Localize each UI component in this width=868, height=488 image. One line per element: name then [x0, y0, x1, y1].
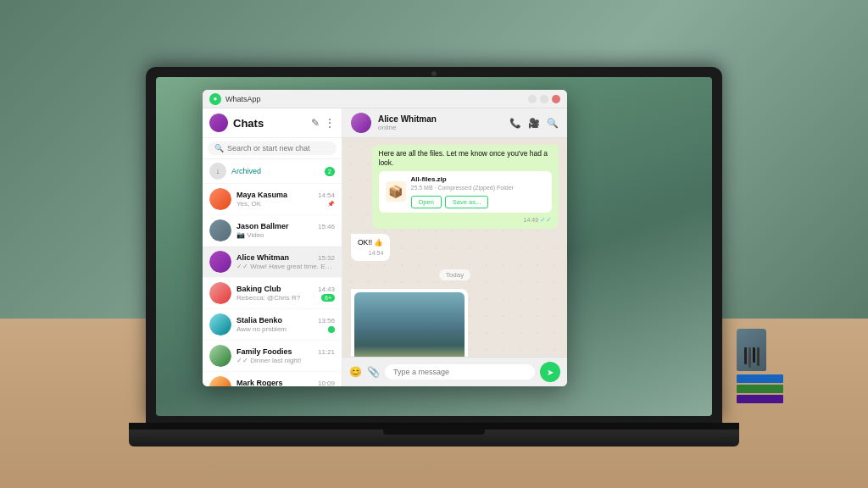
chat-info-baking: Baking Club 14:43 Rebecca: @Chris R? 8+: [236, 285, 335, 302]
avatar-family: [209, 345, 231, 367]
chat-input-bar: 😊 📎 ➤: [342, 357, 567, 386]
book-2: [737, 385, 783, 393]
message-1: Here are all the files. Let me know once…: [372, 145, 559, 229]
avatar-stalia: [209, 313, 231, 336]
chat-info-stalia: Stalia Benko 13:56 Aww no problem: [236, 316, 335, 333]
msg3-image: [354, 292, 465, 357]
online-indicator-stalia: [328, 326, 335, 333]
archive-icon: ↓: [209, 163, 226, 180]
minimize-button[interactable]: [528, 95, 537, 103]
window-controls: [528, 95, 560, 103]
archived-label: Archived: [231, 167, 325, 175]
msg3-image-content: [354, 292, 465, 357]
video-icon[interactable]: 🎥: [528, 118, 540, 129]
chat-preview-baking: Rebecca: @Chris R?: [236, 294, 320, 302]
avatar-alice: [209, 251, 231, 273]
chat-time-mark: 10:09: [318, 380, 335, 387]
file-size: 25.5 MB · Compressed (Zipped) Folder: [411, 184, 546, 191]
search-input[interactable]: [227, 144, 330, 152]
laptop-screen: ● WhatsApp: [156, 77, 712, 416]
pen-2: [748, 347, 751, 368]
search-chat-icon[interactable]: 🔍: [547, 118, 559, 129]
chat-preview-jason: 📷 Video: [236, 231, 335, 239]
chat-time-alice: 15:32: [318, 254, 335, 262]
avatar-maya: [209, 188, 231, 210]
chat-info-mark: Mark Rogers 10:09 Nope, I can't go unfor…: [236, 379, 335, 386]
file-buttons: Open Save as...: [411, 196, 546, 208]
chat-time-maya: 14:54: [318, 191, 335, 199]
laptop-camera: [431, 71, 437, 76]
menu-icon[interactable]: ⋮: [325, 117, 335, 129]
book-1: [737, 374, 783, 383]
search-input-wrap: 🔍: [208, 141, 337, 155]
date-divider: Today: [439, 269, 470, 280]
msg1-checks: ✓✓: [540, 216, 552, 224]
chat-name-jason: Jason Ballmer: [236, 222, 289, 230]
close-button[interactable]: [552, 95, 560, 103]
chat-name-maya: Maya Kasuma: [236, 191, 287, 199]
chat-time-stalia: 13:56: [318, 317, 335, 324]
pens: [744, 347, 760, 368]
main-content: Chats ✎ ⋮ 🔍: [203, 108, 567, 386]
save-file-button[interactable]: Save as...: [445, 196, 488, 208]
messages-area: Here are all the files. Let me know once…: [342, 138, 567, 357]
chat-item-jason[interactable]: Jason Ballmer 15:46 📷 Video: [203, 215, 342, 247]
user-avatar-img: [209, 114, 228, 132]
whatsapp-logo: ●: [209, 93, 221, 105]
whatsapp-window: ● WhatsApp: [203, 90, 567, 386]
title-bar: ● WhatsApp: [203, 90, 567, 108]
sidebar-title: Chats: [233, 117, 311, 130]
chat-name-alice: Alice Whitman: [236, 253, 289, 262]
send-button[interactable]: ➤: [540, 362, 560, 382]
chat-name-family: Family Foodies: [236, 347, 292, 356]
user-avatar[interactable]: [209, 114, 228, 132]
pen-1: [744, 347, 747, 364]
maximize-button[interactable]: [540, 95, 548, 103]
laptop-base: [129, 430, 739, 446]
chat-item-stalia[interactable]: Stalia Benko 13:56 Aww no problem: [203, 309, 342, 341]
chat-item-mark[interactable]: Mark Rogers 10:09 Nope, I can't go unfor…: [203, 372, 342, 386]
books: [737, 374, 783, 403]
pen-4: [757, 347, 760, 366]
sidebar-action-icons: ✎ ⋮: [311, 117, 335, 129]
attach-icon[interactable]: 📎: [367, 366, 380, 378]
open-file-button[interactable]: Open: [411, 196, 442, 208]
file-info: All-files.zip 25.5 MB · Compressed (Zipp…: [411, 175, 546, 208]
unread-baking: 8+: [321, 294, 335, 302]
chat-item-maya[interactable]: Maya Kasuma 14:54 Yes, OK 📌: [203, 184, 342, 215]
chat-info-alice: Alice Whitman 15:32 ✓✓ Wow! Have great t…: [236, 253, 335, 270]
file-attachment: 📦 All-files.zip 25.5 MB · Compressed (Zi…: [379, 171, 553, 212]
chat-contact-name: Alice Whitman: [378, 114, 509, 124]
new-chat-icon[interactable]: ✎: [311, 117, 320, 129]
pen-3: [753, 347, 755, 363]
call-icon[interactable]: 📞: [509, 118, 521, 129]
chat-area: Alice Whitman online 📞 🎥 🔍: [342, 108, 567, 386]
archived-count: 2: [325, 167, 335, 176]
chat-name-baking: Baking Club: [236, 285, 281, 293]
chat-header-avatar[interactable]: [351, 113, 371, 133]
chat-preview-maya: Yes, OK: [236, 200, 327, 208]
chat-preview-family: ✓✓ Dinner last night!: [236, 357, 335, 364]
search-icon: 🔍: [214, 144, 224, 152]
chat-item-alice[interactable]: Alice Whitman 15:32 ✓✓ Wow! Have great t…: [203, 247, 342, 278]
message-input[interactable]: [385, 364, 535, 380]
msg2-text: OK!! 👍: [358, 238, 383, 247]
emoji-icon[interactable]: 😊: [349, 366, 362, 378]
archived-row[interactable]: ↓ Archived 2: [203, 159, 342, 184]
chat-info-jason: Jason Ballmer 15:46 📷 Video: [236, 222, 335, 239]
file-name: All-files.zip: [411, 175, 546, 184]
chat-item-family[interactable]: Family Foodies 11:21 ✓✓ Dinner last nigh…: [203, 341, 342, 372]
sidebar-header: Chats ✎ ⋮: [203, 108, 342, 138]
laptop-screen-lid: ● WhatsApp: [146, 67, 722, 423]
desk-accessories: [737, 329, 783, 403]
sidebar: Chats ✎ ⋮ 🔍: [203, 108, 342, 386]
send-icon: ➤: [547, 368, 554, 377]
file-icon: 📦: [386, 181, 406, 202]
chat-time-family: 11:21: [318, 348, 335, 356]
avatar-baking: [209, 282, 231, 304]
pen-cup: [737, 329, 766, 371]
chat-info-maya: Maya Kasuma 14:54 Yes, OK 📌: [236, 191, 335, 208]
chat-header: Alice Whitman online 📞 🎥 🔍: [342, 108, 567, 138]
chat-item-baking[interactable]: Baking Club 14:43 Rebecca: @Chris R? 8+: [203, 278, 342, 309]
chat-time-baking: 14:43: [318, 286, 335, 293]
